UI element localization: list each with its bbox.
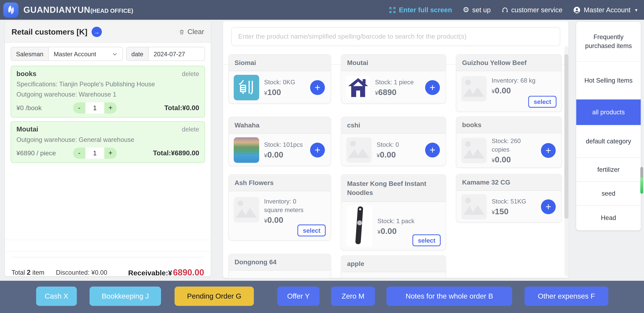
cart-item-warehouse: Outgoing warehouse: General warehouse <box>16 136 199 143</box>
product-card-ash-flowers: Ash Flowers Inventory: 0 square meters ¥… <box>228 174 331 240</box>
product-name: Guizhou Yellow Beef <box>456 55 562 71</box>
salesman-value: Master Account <box>54 50 96 58</box>
date-field[interactable]: date 2024-07-27 <box>126 47 205 61</box>
gear-icon: ⚙ <box>463 6 469 14</box>
pos-app: GUANDIANYUN (HEAD OFFICE) Enter full scr… <box>0 0 644 313</box>
date-value: 2024-07-27 <box>149 47 190 61</box>
window-scrollbar-track[interactable] <box>640 167 643 178</box>
zero-button[interactable]: Zero M <box>331 287 375 306</box>
products-scrollbar-thumb[interactable] <box>564 54 568 219</box>
add-to-cart-button[interactable]: + <box>425 142 440 157</box>
whole-order-notes-button[interactable]: Notes for the whole order B <box>386 287 512 306</box>
arrow-right-icon: → <box>94 29 100 35</box>
product-price: ¥0.00 <box>378 226 414 236</box>
product-name: Kamame 32 CG <box>456 174 562 191</box>
product-name: cshi <box>342 117 446 134</box>
customer-service-button[interactable]: customer service <box>502 6 562 14</box>
cart-item-price: ¥6890 / piece <box>16 149 73 157</box>
product-price: ¥6890 <box>375 88 414 97</box>
product-card-moutai: Moutai Stock: 1 piece ¥6890 <box>341 54 446 104</box>
bookkeeping-button[interactable]: Bookkeeping J <box>90 287 161 306</box>
select-product-button[interactable]: select <box>298 224 326 236</box>
increase-qty-button[interactable]: + <box>104 102 116 114</box>
setup-button[interactable]: ⚙ set up <box>463 6 491 14</box>
category-all-products[interactable]: all products <box>576 100 641 125</box>
product-image-placeholder <box>234 197 259 222</box>
pending-order-button[interactable]: Pending Order G <box>175 287 254 306</box>
product-name: Dongnong 64 <box>229 254 331 270</box>
salesman-select[interactable]: Salesman Master Account <box>11 47 123 61</box>
product-image-placeholder <box>461 76 487 102</box>
product-card-wahaha: Wahaha Stock: 101pcs ¥0.00 + <box>228 117 331 166</box>
product-stock: Stock: 0 <box>376 140 399 149</box>
add-to-cart-button[interactable]: + <box>310 142 325 157</box>
product-card-kamame-32-cg: Kamame 32 CG Stock: 51KG ¥150 + <box>456 174 562 222</box>
quantity-stepper: - 1 + <box>73 148 117 159</box>
plus-icon: + <box>314 145 320 155</box>
cart-item-price: ¥0 /book <box>16 104 73 112</box>
product-price: ¥150 <box>492 207 526 216</box>
product-price: ¥0.00 <box>264 150 303 160</box>
decrease-qty-button[interactable]: - <box>73 148 86 159</box>
delete-item-button[interactable]: delete <box>182 126 199 133</box>
category-frequently-purchased[interactable]: Frequently purchased items <box>576 22 641 62</box>
product-card-cshi: cshi Stock: 0 ¥0.00 + <box>341 117 446 166</box>
category-head[interactable]: Head <box>576 205 641 230</box>
total-items-text: Total 2 item <box>12 268 44 277</box>
brand-logo-icon <box>3 2 18 18</box>
cart-item-name: books <box>16 70 36 78</box>
add-to-cart-button[interactable]: + <box>425 80 440 95</box>
decrease-qty-button[interactable]: - <box>73 102 86 114</box>
product-image-placeholder <box>461 138 487 163</box>
account-menu[interactable]: Master Account ▼ <box>573 6 638 14</box>
product-card-guizhou-yellow-beef: Guizhou Yellow Beef Inventory: 68 kg ¥0.… <box>456 54 562 112</box>
bottom-action-bar: Cash X Bookkeeping J Pending Order G Off… <box>0 281 644 313</box>
product-card-apple: apple <box>341 255 446 278</box>
product-card-master-kong: Master Kong Beef Instant Noodles <box>341 174 446 250</box>
product-stock: Inventory: 0 square meters <box>264 197 312 214</box>
product-name: apple <box>342 256 446 272</box>
brand-name: GUANDIANYUN <box>24 5 90 15</box>
clear-cart-button[interactable]: Clear <box>179 28 204 36</box>
product-stock: Stock: 1 pack <box>378 216 414 225</box>
product-stock: Stock: 51KG <box>492 197 526 205</box>
quantity-stepper: - 1 + <box>73 102 117 114</box>
customer-arrow-button[interactable]: → <box>92 27 102 37</box>
add-to-cart-button[interactable]: + <box>310 80 325 95</box>
category-fertilizer[interactable]: fertilizer <box>576 158 641 182</box>
add-to-cart-button[interactable]: + <box>541 199 556 214</box>
plus-icon: + <box>314 83 320 92</box>
product-stock: Stock: 0KG <box>264 78 295 86</box>
qty-input[interactable]: 1 <box>86 148 104 159</box>
category-default[interactable]: default category <box>576 125 641 158</box>
cash-button[interactable]: Cash X <box>36 287 77 306</box>
other-expenses-button[interactable]: Other expenses F <box>524 287 608 306</box>
product-card-siomai: Siomai Stock: 0KG ¥100 + <box>228 54 331 104</box>
select-product-button[interactable]: select <box>412 234 441 246</box>
product-price: ¥0.00 <box>376 150 399 160</box>
trash-icon <box>179 29 185 35</box>
list-divider <box>5 240 211 240</box>
plus-icon: + <box>430 145 435 155</box>
summary-divider <box>12 257 204 257</box>
cart-header: Retail customers [K] → Clear <box>5 21 211 43</box>
plus-icon: + <box>545 146 551 155</box>
product-name: Siomai <box>229 55 331 71</box>
product-column: Guizhou Yellow Beef Inventory: 68 kg ¥0.… <box>456 54 562 222</box>
product-name: Master Kong Beef Instant Noodles <box>342 175 446 202</box>
increase-qty-button[interactable]: + <box>104 148 116 159</box>
category-hot-selling[interactable]: Hot Selling Items <box>576 62 641 99</box>
qty-input[interactable]: 1 <box>86 102 104 114</box>
window-scrollbar-thumb[interactable] <box>640 178 643 194</box>
headset-icon <box>502 7 508 14</box>
cart-item-name: Moutai <box>16 125 38 133</box>
user-icon <box>573 6 581 14</box>
add-to-cart-button[interactable]: + <box>541 143 556 158</box>
select-product-button[interactable]: select <box>528 96 556 108</box>
category-seed[interactable]: seed <box>576 182 641 205</box>
offer-button[interactable]: Offer Y <box>277 287 320 306</box>
enter-fullscreen-button[interactable]: Enter full screen <box>389 6 452 14</box>
product-search-input[interactable] <box>231 27 560 46</box>
product-price: ¥0.00 <box>492 155 534 164</box>
delete-item-button[interactable]: delete <box>182 70 199 77</box>
